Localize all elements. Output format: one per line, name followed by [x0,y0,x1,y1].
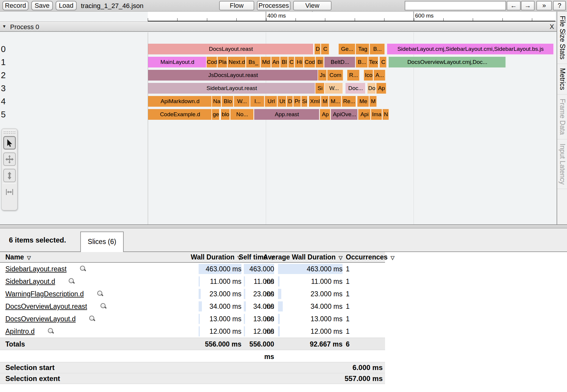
trace-slice[interactable]: Ge... [339,44,356,54]
trace-slice[interactable]: Cod [207,57,217,67]
trace-slice[interactable]: CodeExample.d [148,109,212,120]
trace-slice[interactable]: Url [265,96,277,107]
slice-name-link[interactable]: DocsOverviewLayout.d [5,315,76,323]
trace-slice[interactable]: W... [234,96,250,107]
trace-slice[interactable]: JsDocsLayout.reast [148,70,318,81]
help-button[interactable]: ? [553,1,566,10]
trace-slice[interactable]: D [315,44,321,54]
find-next-button[interactable]: → [521,1,535,10]
trace-slice[interactable]: No... [230,109,254,120]
trace-slice[interactable]: Api [358,109,371,120]
trace-slice[interactable]: Doc... [345,83,366,94]
trace-slice[interactable]: ge [212,109,220,120]
trace-slice[interactable]: Bl [280,57,288,67]
trace-slice[interactable]: Tag [356,44,370,54]
trace-slice[interactable]: A... [374,70,386,81]
slice-name-link[interactable]: ApiIntro.d [5,328,34,335]
trace-slice[interactable]: I... [250,96,265,107]
trace-slice[interactable]: Com [327,70,343,81]
trace-slice[interactable]: Xml [309,96,321,107]
trace-slice[interactable]: ApiMarkdown.d [148,96,212,107]
record-button[interactable]: Record [2,1,29,10]
trace-slice[interactable]: N [383,109,389,120]
trace-slice[interactable]: M... [329,96,342,107]
trace-slice[interactable]: C [288,57,295,67]
save-button[interactable]: Save [31,1,53,10]
trace-slice[interactable]: M [321,96,329,107]
slice-name-link[interactable]: SidebarLayout.d [5,278,55,285]
side-tab-frame-data[interactable]: Frame Data [557,95,567,139]
side-tab-file-size-stats[interactable]: File Size Stats [557,12,567,64]
magnifier-icon[interactable] [47,328,54,335]
trace-slice[interactable]: Bl [316,57,324,67]
trace-slice[interactable]: BeltD... [324,57,356,67]
trace-slice[interactable]: D [287,96,293,107]
magnifier-icon[interactable] [68,278,75,285]
trace-slice[interactable]: B... [356,57,368,67]
close-process-button[interactable]: X [548,23,556,31]
trace-slice[interactable]: R... [347,70,360,81]
collapse-triangle-icon[interactable]: ▾ [3,23,6,29]
trace-slice[interactable]: Blo [222,96,234,107]
trace-slice[interactable]: DocsOverviewLayout.cmj,Doc... [389,57,506,67]
interval-select-tool[interactable] [3,185,16,199]
find-previous-button[interactable]: ← [507,1,521,10]
trace-slice[interactable]: Hi [295,57,304,67]
process-header[interactable]: ▾ Process 0 X [0,21,557,32]
trace-slice[interactable]: Si [315,83,325,94]
trace-slice[interactable]: SidebarLayout.reast [148,83,315,94]
slice-name-link[interactable]: SidebarLayout.reast [5,265,67,273]
more-options-button[interactable]: » [536,1,552,10]
magnifier-icon[interactable] [100,303,107,310]
timeline-ruler[interactable]: 400 ms600 ms [0,12,557,21]
trace-slice[interactable]: ApiOve... [331,109,358,120]
find-input[interactable] [405,1,506,10]
header-occurrences[interactable]: Occurrences▽ [346,252,395,263]
trace-slice[interactable]: Pr [293,96,301,107]
trace-slice[interactable]: Js [318,70,327,81]
trace-slice[interactable]: W... [325,83,343,94]
trace-slice[interactable]: Bs_ [246,57,260,67]
slice-name-link[interactable]: WarningFlagDescription.d [5,290,84,298]
side-tab-input-latency[interactable]: Input Latency [557,139,567,189]
flame-chart[interactable]: 0DocsLayout.reastDCGe...TagB...SidebarLa… [0,32,557,224]
trace-slice[interactable]: Cod [304,57,315,67]
trace-slice[interactable]: M [370,96,377,107]
trace-slice[interactable]: App.reast [254,109,320,120]
trace-slice[interactable]: C [380,57,387,67]
magnifier-icon[interactable] [89,315,96,322]
trace-slice[interactable]: Re... [342,96,356,107]
trace-slice[interactable]: Me [357,96,369,107]
palette-drag-handle[interactable] [3,130,15,135]
trace-slice[interactable]: B... [370,44,385,54]
trace-slice[interactable]: Ap [320,109,331,120]
magnifier-icon[interactable] [79,265,87,273]
slice-name-link[interactable]: DocsOverviewLayout.reast [5,303,87,310]
trace-slice[interactable]: Ima [371,109,382,120]
tab-slices[interactable]: Slices (6) [80,232,124,252]
panel-splitter[interactable] [0,224,567,229]
pan-tool[interactable] [3,152,16,166]
trace-slice[interactable]: Do [367,83,376,94]
trace-slice[interactable]: Ico [364,70,373,81]
header-name[interactable]: Name▽ [5,252,31,263]
trace-slice[interactable]: blo [221,109,230,120]
trace-slice[interactable]: DocsLayout.reast [148,44,314,54]
trace-slice[interactable]: Next.d [228,57,246,67]
trace-slice[interactable]: Si [301,96,308,107]
zoom-vertical-tool[interactable] [3,169,16,182]
trace-slice[interactable]: MainLayout.d [148,57,207,67]
magnifier-icon[interactable] [97,290,104,297]
flow-events-button[interactable]: Flow events [219,1,254,10]
trace-slice[interactable]: Md [261,57,271,67]
trace-slice[interactable]: C [321,44,329,54]
header-average-wall-duration[interactable]: Average Wall Duration▽ [244,252,343,263]
trace-slice[interactable]: SidebarLayout.cmj,SidebarLayout.cmi,Side… [387,44,554,54]
side-tab-metrics[interactable]: Metrics [557,64,567,95]
trace-slice[interactable]: Pla [218,57,227,67]
trace-slice[interactable]: An [271,57,280,67]
select-arrow-tool[interactable] [3,136,16,149]
trace-slice[interactable]: Ut [278,96,287,107]
view-options-button[interactable]: View Options [293,1,332,10]
trace-slice[interactable]: Ap [376,83,387,94]
